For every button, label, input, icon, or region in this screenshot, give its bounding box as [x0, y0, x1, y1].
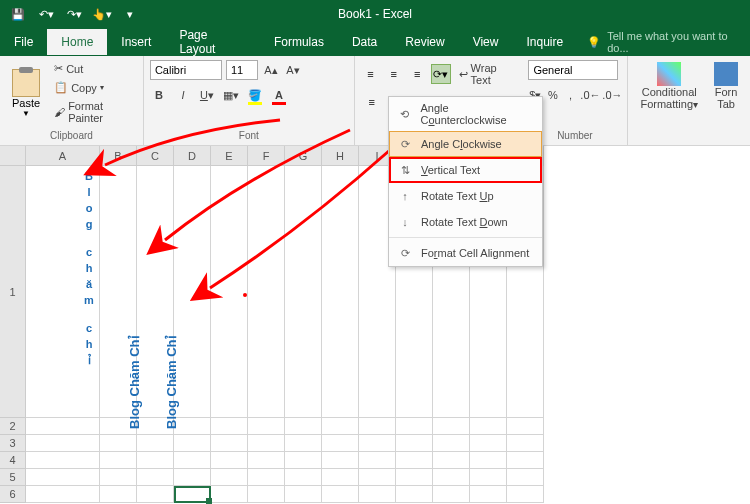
copy-icon: 📋	[54, 81, 68, 94]
border-button[interactable]: ▦▾	[222, 86, 240, 104]
column-header[interactable]: F	[248, 146, 285, 166]
tab-view[interactable]: View	[459, 29, 513, 55]
rotate-text-down-item[interactable]: ↓ Rotate Text Down	[389, 209, 542, 235]
format-cell-alignment-item[interactable]: ⟳ Format Cell Alignment	[389, 240, 542, 266]
row-headers: 123456	[0, 166, 26, 504]
font-group-label: Font	[150, 130, 348, 143]
percent-icon[interactable]: %	[546, 86, 560, 104]
increase-font-icon[interactable]: A▴	[262, 61, 280, 79]
column-header[interactable]: G	[285, 146, 322, 166]
angle-counterclockwise-item[interactable]: ⟲ Angle Counterclockwise	[389, 97, 542, 131]
bold-button[interactable]: B	[150, 86, 168, 104]
row-header[interactable]: 5	[0, 469, 26, 486]
rotate-up-label: Rotate Text Up	[421, 190, 494, 202]
active-cell[interactable]	[174, 486, 211, 503]
ribbon-group-font: A▴ A▾ B I U▾ ▦▾ 🪣 A Font	[144, 56, 355, 145]
redo-icon[interactable]: ↷▾	[64, 4, 84, 24]
column-header[interactable]: C	[137, 146, 174, 166]
ribbon-tabs: File Home Insert Page Layout Formulas Da…	[0, 28, 750, 56]
column-header[interactable]: B	[100, 146, 137, 166]
align-top-icon[interactable]: ≡	[361, 64, 380, 84]
tab-inquire[interactable]: Inquire	[512, 29, 577, 55]
rotate-down-label: Rotate Text Down	[421, 216, 508, 228]
chevron-down-icon: ▼	[22, 109, 30, 118]
cut-button[interactable]: ✂Cut	[50, 60, 137, 77]
column-header[interactable]: E	[211, 146, 248, 166]
cut-label: Cut	[66, 63, 83, 75]
copy-label: Copy	[71, 82, 97, 94]
column-header[interactable]: H	[322, 146, 359, 166]
conditional-label: Conditional	[642, 86, 697, 98]
format-cells-icon: ⟳	[397, 245, 413, 261]
vertical-text-item[interactable]: ⇅ Vertical Text	[389, 157, 542, 183]
wrap-text-label: Wrap Text	[471, 62, 513, 86]
format-as-table-button[interactable]: Forn Tab	[708, 60, 744, 112]
paste-icon	[12, 69, 40, 97]
vertical-text-label: Vertical Text	[421, 164, 480, 176]
tab-data[interactable]: Data	[338, 29, 391, 55]
row-header[interactable]: 1	[0, 166, 26, 418]
row-header[interactable]: 3	[0, 435, 26, 452]
italic-button[interactable]: I	[174, 86, 192, 104]
tab-insert[interactable]: Insert	[107, 29, 165, 55]
format-painter-button[interactable]: 🖌Format Painter	[50, 98, 137, 126]
font-name-select[interactable]	[150, 60, 222, 80]
wrap-text-button[interactable]: ↩Wrap Text	[455, 60, 517, 88]
touch-mode-icon[interactable]: 👆▾	[92, 4, 112, 24]
align-bottom-icon[interactable]: ≡	[408, 64, 427, 84]
tab-file[interactable]: File	[0, 29, 47, 55]
align-left-icon[interactable]: ≡	[361, 92, 383, 112]
ribbon: Paste ▼ ✂Cut 📋Copy▾ 🖌Format Painter Clip…	[0, 56, 750, 146]
comma-icon[interactable]: ,	[564, 86, 578, 104]
column-headers: ABCDEFGHIJKLM	[0, 146, 750, 166]
undo-icon[interactable]: ↶▾	[36, 4, 56, 24]
tab-formulas[interactable]: Formulas	[260, 29, 338, 55]
underline-button[interactable]: U▾	[198, 86, 216, 104]
row-header[interactable]: 2	[0, 418, 26, 435]
font-color-button[interactable]: A	[270, 86, 288, 104]
font-size-select[interactable]	[226, 60, 258, 80]
rotate-up-icon: ↑	[397, 188, 413, 204]
row-header[interactable]: 6	[0, 486, 26, 503]
decrease-font-icon[interactable]: A▾	[284, 61, 302, 79]
fill-color-button[interactable]: 🪣	[246, 86, 264, 104]
select-all-corner[interactable]	[0, 146, 26, 166]
column-header[interactable]: A	[26, 146, 100, 166]
format-painter-label: Format Painter	[68, 100, 133, 124]
increase-decimal-icon[interactable]: .0←	[581, 86, 599, 104]
angle-cw-icon: ⟳	[397, 136, 413, 152]
number-format-select[interactable]	[528, 60, 618, 80]
paste-button[interactable]: Paste ▼	[6, 67, 46, 120]
format-table-label-1: Forn	[715, 86, 738, 98]
clipboard-group-label: Clipboard	[6, 130, 137, 143]
copy-button[interactable]: 📋Copy▾	[50, 79, 137, 96]
title-bar: 💾 ↶▾ ↷▾ 👆▾ ▾ Book1 - Excel	[0, 0, 750, 28]
table-icon	[714, 62, 738, 86]
angle-ccw-label: Angle Counterclockwise	[420, 102, 534, 126]
angle-clockwise-item[interactable]: ⟳ Angle Clockwise	[389, 131, 542, 157]
conditional-formatting-button[interactable]: Conditional Formatting▾	[634, 60, 704, 112]
scissors-icon: ✂	[54, 62, 63, 75]
column-header[interactable]: D	[174, 146, 211, 166]
tab-review[interactable]: Review	[391, 29, 458, 55]
row-header[interactable]: 4	[0, 452, 26, 469]
ribbon-group-clipboard: Paste ▼ ✂Cut 📋Copy▾ 🖌Format Painter Clip…	[0, 56, 144, 145]
rotate-down-icon: ↓	[397, 214, 413, 230]
save-icon[interactable]: 💾	[8, 4, 28, 24]
quick-access-toolbar: 💾 ↶▾ ↷▾ 👆▾ ▾	[0, 4, 140, 24]
tell-me-search[interactable]: 💡 Tell me what you want to do...	[587, 30, 750, 54]
align-middle-icon[interactable]: ≡	[384, 64, 403, 84]
rotate-text-up-item[interactable]: ↑ Rotate Text Up	[389, 183, 542, 209]
qat-customize-icon[interactable]: ▾	[120, 4, 140, 24]
angle-cw-label: Angle Clockwise	[421, 138, 502, 150]
cell-a1-text: Blogchămchỉ	[79, 168, 99, 368]
worksheet-grid[interactable]: ABCDEFGHIJKLM 123456 Blogchămchỉ Blog Ch…	[0, 146, 750, 504]
orientation-button[interactable]: ⟳▾	[431, 64, 451, 84]
orientation-dropdown: ⟲ Angle Counterclockwise ⟳ Angle Clockwi…	[388, 96, 543, 267]
menu-separator	[389, 237, 542, 238]
paste-label: Paste	[12, 97, 40, 109]
tell-me-label: Tell me what you want to do...	[607, 30, 750, 54]
tab-home[interactable]: Home	[47, 29, 107, 55]
decrease-decimal-icon[interactable]: .0→	[603, 86, 621, 104]
ribbon-group-styles: Conditional Formatting▾ Forn Tab	[628, 56, 750, 145]
